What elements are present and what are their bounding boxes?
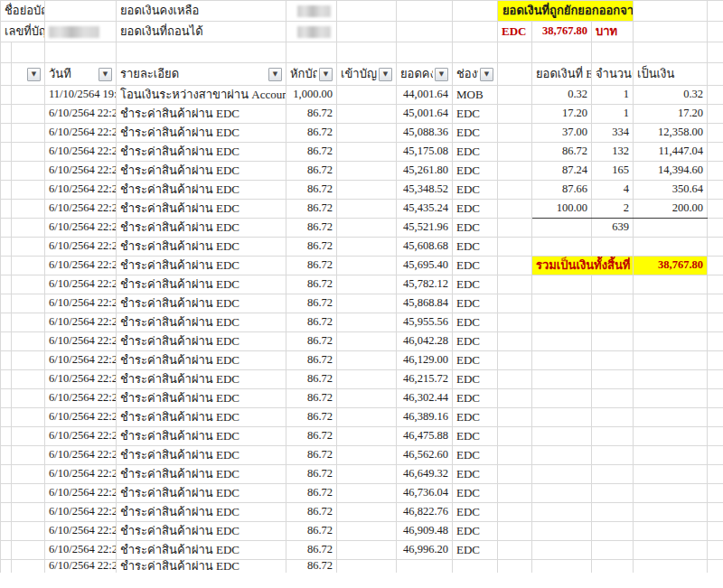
cell-channel[interactable]: EDC: [453, 446, 498, 465]
cell-credit[interactable]: [337, 294, 397, 313]
cell-credit[interactable]: [337, 275, 397, 294]
cell[interactable]: [12, 351, 45, 370]
cell-total[interactable]: 12,358.00: [634, 124, 708, 143]
cell-balance[interactable]: 46,909.48: [397, 522, 453, 541]
cell[interactable]: [12, 313, 45, 332]
cell[interactable]: [12, 370, 45, 389]
cell[interactable]: [12, 541, 45, 560]
cell-credit[interactable]: [337, 86, 397, 105]
cell-details[interactable]: ชำระค่าสินค้าผ่าน EDC: [117, 200, 286, 219]
cell-date[interactable]: 6/10/2564 22:27: [45, 238, 117, 257]
cell-date[interactable]: 6/10/2564 22:25: [45, 389, 117, 408]
cell-date[interactable]: 6/10/2564 22:26: [45, 294, 117, 313]
cell[interactable]: [708, 465, 723, 484]
cell[interactable]: [12, 484, 45, 503]
cell[interactable]: [12, 332, 45, 351]
cell[interactable]: [708, 162, 723, 181]
cell-details[interactable]: ชำระค่าสินค้าผ่าน EDC: [117, 313, 286, 332]
cell-channel[interactable]: EDC: [453, 238, 498, 257]
column-header-date[interactable]: วันที่▼: [45, 63, 117, 86]
cell-details[interactable]: โอนเงินระหว่างสาขาผ่าน Account Transfer: [117, 86, 286, 105]
cell[interactable]: [634, 370, 708, 389]
cell-total[interactable]: 200.00: [634, 200, 708, 219]
cell-balance[interactable]: 45,782.12: [397, 275, 453, 294]
cell[interactable]: [708, 105, 723, 124]
column-header-filter-col[interactable]: ▼: [12, 63, 45, 86]
cell[interactable]: [634, 313, 708, 332]
filter-dropdown-icon[interactable]: ▼: [480, 68, 493, 81]
cell-date[interactable]: 6/10/2564 22:26: [45, 275, 117, 294]
cell[interactable]: [532, 42, 592, 63]
cell[interactable]: [592, 503, 634, 522]
cell-debit[interactable]: 86.72: [286, 541, 337, 560]
cell-edc-amount[interactable]: 17.20: [532, 105, 592, 124]
cell[interactable]: [634, 219, 708, 238]
cell[interactable]: [532, 560, 592, 573]
cell-count[interactable]: 4: [592, 181, 634, 200]
cell-debit[interactable]: 86.72: [286, 238, 337, 257]
cell-channel[interactable]: EDC: [453, 370, 498, 389]
cell-details[interactable]: ชำระค่าสินค้าผ่าน EDC: [117, 105, 286, 124]
cell-date[interactable]: 6/10/2564 22:25: [45, 370, 117, 389]
cell[interactable]: [286, 42, 337, 63]
cell-debit[interactable]: 86.72: [286, 275, 337, 294]
cell-total[interactable]: 14,394.60: [634, 162, 708, 181]
cell[interactable]: [592, 370, 634, 389]
cell[interactable]: [1, 105, 12, 124]
cell[interactable]: [498, 105, 532, 124]
cell[interactable]: [12, 503, 45, 522]
cell-debit[interactable]: 86.72: [286, 105, 337, 124]
cell-debit[interactable]: 86.72: [286, 181, 337, 200]
cell-channel[interactable]: EDC: [453, 427, 498, 446]
cell-debit[interactable]: 86.72: [286, 143, 337, 162]
cell[interactable]: [634, 446, 708, 465]
cell-debit[interactable]: 86.72: [286, 162, 337, 181]
cell[interactable]: [1, 143, 12, 162]
cell[interactable]: [708, 257, 723, 275]
cell-debit[interactable]: 86.72: [286, 257, 337, 275]
cell-debit[interactable]: 1,000.00: [286, 86, 337, 105]
cell[interactable]: [634, 389, 708, 408]
cell-date[interactable]: 6/10/2564 22:26: [45, 313, 117, 332]
cell-balance[interactable]: 46,302.44: [397, 389, 453, 408]
cell[interactable]: [1, 351, 12, 370]
cell[interactable]: [708, 446, 723, 465]
cell[interactable]: [708, 503, 723, 522]
cell-details[interactable]: ชำระค่าสินค้าผ่าน EDC: [117, 257, 286, 275]
cell-balance[interactable]: 45,955.56: [397, 313, 453, 332]
cell-debit[interactable]: 86.72: [286, 484, 337, 503]
cell-credit[interactable]: [337, 257, 397, 275]
cell[interactable]: [12, 446, 45, 465]
filter-dropdown-icon[interactable]: ▼: [319, 68, 333, 81]
cell[interactable]: [592, 42, 634, 63]
cell[interactable]: [532, 332, 592, 351]
column-header-total[interactable]: เป็นเงิน: [634, 63, 708, 86]
cell[interactable]: [592, 541, 634, 560]
cell-balance[interactable]: 46,736.04: [397, 484, 453, 503]
cell-balance[interactable]: [397, 560, 453, 573]
cell[interactable]: [498, 560, 532, 573]
cell[interactable]: [634, 541, 708, 560]
cell[interactable]: [12, 238, 45, 257]
cell[interactable]: [592, 484, 634, 503]
cell[interactable]: [532, 446, 592, 465]
cell-credit[interactable]: [337, 465, 397, 484]
cell-details[interactable]: ชำระค่าสินค้าผ่าน EDC: [117, 522, 286, 541]
cell[interactable]: [592, 522, 634, 541]
cell[interactable]: [708, 313, 723, 332]
cell[interactable]: [286, 1, 337, 22]
cell-channel[interactable]: EDC: [453, 200, 498, 219]
cell-balance[interactable]: 46,649.32: [397, 465, 453, 484]
cell[interactable]: [708, 541, 723, 560]
cell[interactable]: [1, 446, 12, 465]
cell-date[interactable]: 6/10/2564 22:28: [45, 124, 117, 143]
cell[interactable]: [634, 22, 708, 42]
cell[interactable]: [498, 351, 532, 370]
cell[interactable]: [498, 484, 532, 503]
cell-details[interactable]: ชำระค่าสินค้าผ่าน EDC: [117, 408, 286, 427]
cell[interactable]: [1, 294, 12, 313]
cell[interactable]: [592, 560, 634, 573]
cell-balance[interactable]: 46,475.88: [397, 427, 453, 446]
cell-details[interactable]: ชำระค่าสินค้าผ่าน EDC: [117, 465, 286, 484]
cell[interactable]: [592, 408, 634, 427]
